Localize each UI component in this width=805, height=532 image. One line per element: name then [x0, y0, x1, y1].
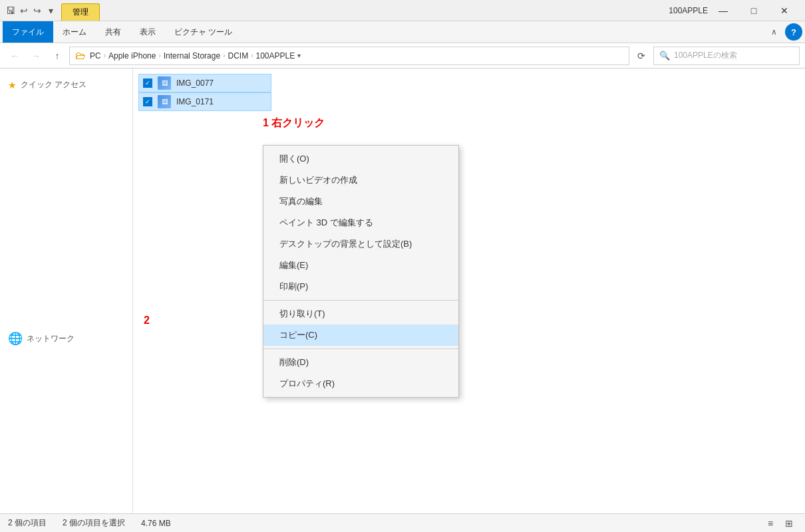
address-bar: ← → ↑ 🗁 PC › Apple iPhone › Internal Sto…	[0, 43, 805, 68]
selected-size: 4.76 MB	[141, 519, 171, 528]
forward-button[interactable]: →	[27, 47, 45, 65]
path-sep-4: ›	[251, 52, 253, 59]
back-button[interactable]: ←	[5, 47, 24, 65]
title-tabs: 管理	[61, 0, 661, 21]
quick-access-header[interactable]: ★ クイック アクセス	[0, 74, 132, 93]
path-pc: PC	[90, 51, 101, 61]
redo-icon[interactable]: ↪	[32, 5, 43, 16]
details-view-button[interactable]: ≡	[762, 515, 778, 531]
refresh-button[interactable]: ⟳	[632, 47, 651, 65]
ribbon: ファイル ホーム 共有 表示 ピクチャ ツール ∧ ?	[0, 21, 805, 43]
title-bar: 🖫 ↩ ↪ ▾ 管理 100APPLE — □ ✕	[0, 0, 805, 21]
path-dcim: DCIM	[228, 51, 248, 61]
quick-access-toolbar: 🖫 ↩ ↪ ▾	[5, 5, 56, 16]
address-dropdown-button[interactable]: ▾	[295, 52, 303, 59]
ribbon-tabs: ファイル ホーム 共有 表示 ピクチャ ツール ∧ ?	[0, 21, 805, 43]
ctx-cut[interactable]: 切り取り(T)	[263, 303, 458, 325]
close-button[interactable]: ✕	[769, 0, 800, 21]
tab-view-label: 表示	[140, 27, 156, 38]
customize-icon[interactable]: ▾	[45, 5, 56, 16]
status-bar-right: ≡ ⊞	[762, 515, 797, 531]
status-bar: 2 個の項目 2 個の項目を選択 4.76 MB ≡ ⊞	[0, 513, 805, 532]
quick-access-label: クイック アクセス	[21, 79, 86, 90]
ctx-edit-photo[interactable]: 写真の編集	[263, 191, 458, 212]
item-count: 2 個の項目	[8, 517, 47, 529]
file-item-1[interactable]: ✓ 🖼 IMG_0171	[138, 92, 271, 111]
tab-view[interactable]: 表示	[130, 21, 165, 43]
undo-icon[interactable]: ↩	[19, 5, 29, 16]
path-iphone: Apple iPhone	[108, 51, 156, 61]
file-name-0: IMG_0077	[176, 78, 214, 88]
network-header[interactable]: 🌐 ネットワーク	[0, 326, 132, 348]
ctx-edit[interactable]: 編集(E)	[263, 255, 458, 276]
up-button[interactable]: ↑	[48, 47, 67, 65]
ribbon-expand-button[interactable]: ∧	[765, 23, 782, 41]
tab-picture-tools[interactable]: ピクチャ ツール	[165, 21, 242, 43]
help-icon: ?	[791, 27, 796, 37]
ctx-paint3d[interactable]: ペイント 3D で編集する	[263, 212, 458, 233]
file-img-icon-1: 🖼	[158, 95, 171, 108]
step-2-label: 2	[144, 315, 150, 327]
folder-icon: 🗁	[75, 50, 86, 62]
path-sep-1: ›	[104, 52, 106, 59]
file-img-icon-0: 🖼	[158, 76, 171, 90]
tab-home[interactable]: ホーム	[53, 21, 96, 43]
tab-home-label: ホーム	[63, 27, 86, 38]
ribbon-right-controls: ∧ ?	[765, 23, 802, 41]
save-icon[interactable]: 🖫	[5, 5, 16, 16]
ctx-open[interactable]: 開く(O)	[263, 148, 458, 170]
help-button[interactable]: ?	[785, 23, 802, 41]
ctx-new-video[interactable]: 新しいビデオの作成	[263, 170, 458, 191]
ctx-divider-1	[263, 300, 458, 301]
search-icon: 🔍	[659, 51, 670, 61]
content-area: ✓ 🖼 IMG_0077 ✓ 🖼 IMG_0171 1 右クリック 開く(O) …	[133, 68, 805, 514]
main-layout: ★ クイック アクセス 🌐 ネットワーク ✓ 🖼 IMG_0077 ✓ 🖼 IM…	[0, 68, 805, 514]
ctx-copy[interactable]: コピー(C)	[263, 325, 458, 346]
tab-picture-tools-label: ピクチャ ツール	[174, 27, 232, 38]
file-checkbox-0[interactable]: ✓	[143, 78, 152, 88]
maximize-button[interactable]: □	[738, 0, 769, 21]
minimize-button[interactable]: —	[708, 0, 738, 21]
ctx-divider-2	[263, 348, 458, 349]
path-100apple: 100APPLE	[256, 51, 295, 61]
selected-count: 2 個の項目を選択	[63, 517, 125, 529]
file-item-0[interactable]: ✓ 🖼 IMG_0077	[138, 74, 271, 92]
large-icons-view-button[interactable]: ⊞	[781, 515, 797, 531]
search-placeholder: 100APPLEの検索	[674, 50, 737, 61]
path-internal-storage: Internal Storage	[164, 51, 220, 61]
context-menu: 開く(O) 新しいビデオの作成 写真の編集 ペイント 3D で編集する デスクト…	[263, 145, 459, 398]
sidebar: ★ クイック アクセス 🌐 ネットワーク	[0, 68, 133, 514]
ctx-print[interactable]: 印刷(P)	[263, 276, 458, 297]
address-path[interactable]: 🗁 PC › Apple iPhone › Internal Storage ›…	[69, 47, 629, 65]
step-1-text: 1 右クリック	[263, 117, 325, 128]
active-tab-label: 管理	[73, 7, 88, 18]
path-sep-3: ›	[223, 52, 225, 59]
network-icon: 🌐	[8, 331, 23, 346]
ctx-set-desktop[interactable]: デスクトップの背景として設定(B)	[263, 233, 458, 255]
step-1-label: 1 右クリック	[263, 116, 325, 130]
network-label: ネットワーク	[27, 333, 75, 344]
tab-share[interactable]: 共有	[96, 21, 130, 43]
tab-file[interactable]: ファイル	[3, 21, 53, 43]
tab-file-label: ファイル	[12, 27, 44, 38]
search-box[interactable]: 🔍 100APPLEの検索	[653, 47, 800, 65]
active-tab[interactable]: 管理	[61, 3, 100, 21]
window-title: 100APPLE	[669, 6, 708, 15]
file-checkbox-1[interactable]: ✓	[143, 97, 152, 106]
tab-share-label: 共有	[105, 27, 121, 38]
ctx-properties[interactable]: プロパティ(R)	[263, 373, 458, 394]
path-sep-2: ›	[158, 52, 160, 59]
ctx-delete[interactable]: 削除(D)	[263, 352, 458, 373]
file-name-1: IMG_0171	[176, 97, 214, 106]
star-icon: ★	[8, 80, 17, 90]
window-controls: — □ ✕	[708, 0, 800, 21]
